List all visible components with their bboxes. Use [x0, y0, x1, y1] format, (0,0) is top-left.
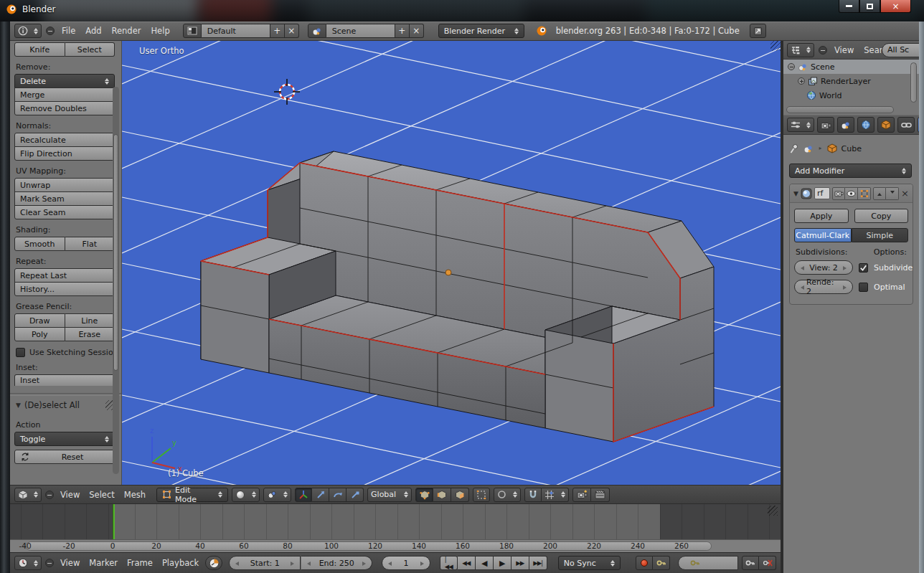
expand-modifier-icon[interactable]: ▼	[793, 190, 798, 197]
view-subdivisions-field[interactable]: View: 2	[794, 260, 853, 275]
manipulator-translate-button[interactable]	[312, 488, 329, 502]
render-opengl-anim-button[interactable]	[591, 488, 610, 502]
minimize-button[interactable]	[839, 0, 859, 13]
menu-file[interactable]: File	[59, 26, 78, 36]
inset-button[interactable]: Inset	[14, 374, 115, 386]
render-engine-select[interactable]: Blender Render	[438, 24, 524, 38]
delete-menu[interactable]: Delete	[14, 74, 115, 88]
scene-selector-icon[interactable]	[308, 24, 326, 38]
render-subdivisions-field[interactable]: Rende: 2	[794, 280, 853, 294]
record-button[interactable]	[636, 556, 653, 570]
timeline-editor[interactable]: -40 -20 0 20 40 60 80 100 120 140 160 18…	[10, 504, 781, 552]
recalculate-button[interactable]: Recalculate	[14, 133, 115, 147]
menu-marker[interactable]: Marker	[86, 558, 121, 568]
copy-modifier-button[interactable]: Copy	[854, 209, 909, 223]
menu-select[interactable]: Select	[86, 490, 117, 500]
use-sketching-checkbox[interactable]	[16, 348, 25, 357]
jump-prev-keyframe-button[interactable]: ◀◀	[458, 556, 476, 570]
screen-layout-name[interactable]: Default	[202, 24, 270, 38]
mark-seam-button[interactable]: Mark Seam	[14, 191, 115, 206]
collapse-menus-icon[interactable]	[819, 46, 827, 55]
manipulator-rotate-button[interactable]	[329, 488, 346, 502]
manipulator-toggle-button[interactable]	[295, 488, 312, 502]
auto-keyframe-button[interactable]	[653, 556, 670, 570]
use-preview-range-button[interactable]	[205, 556, 222, 570]
snap-element-select[interactable]	[542, 488, 569, 502]
knife-button[interactable]: Knife	[14, 42, 65, 57]
scene-crumb-icon[interactable]	[803, 144, 814, 153]
merge-button[interactable]: Merge	[14, 87, 115, 102]
screen-layout-icon[interactable]	[183, 24, 202, 38]
editor-type-button[interactable]	[14, 488, 42, 502]
subdivide-checkbox[interactable]	[859, 263, 868, 273]
delete-layout-button[interactable]: ×	[285, 24, 299, 38]
window-titlebar[interactable]: Blender ×	[0, 0, 924, 22]
keying-set-field[interactable]	[678, 556, 738, 570]
smooth-button[interactable]: Smooth	[14, 237, 65, 251]
outliner-item-world[interactable]: World	[783, 88, 919, 103]
current-frame-playhead[interactable]	[113, 504, 115, 539]
clear-seam-button[interactable]: Clear Seam	[14, 205, 115, 219]
modifier-render-toggle[interactable]	[832, 187, 845, 200]
play-button[interactable]: ▶	[494, 556, 512, 570]
close-button[interactable]: ×	[880, 0, 911, 13]
catmull-clark-toggle[interactable]: Catmull-Clark	[794, 228, 852, 242]
move-modifier-up-button[interactable]	[873, 187, 886, 200]
grease-draw-button[interactable]: Draw	[14, 313, 65, 328]
grease-erase-button[interactable]: Erase	[65, 327, 116, 341]
area-corner-grip[interactable]	[768, 506, 778, 516]
modifier-viewport-toggle[interactable]	[845, 187, 858, 200]
manipulator-scale-button[interactable]	[346, 488, 364, 502]
move-modifier-down-button[interactable]	[886, 187, 899, 200]
tab-modifiers[interactable]	[918, 117, 919, 133]
menu-mesh[interactable]: Mesh	[121, 490, 148, 500]
viewport-shading-select[interactable]	[232, 488, 260, 502]
collapse-menus-icon[interactable]	[45, 491, 54, 499]
editor-type-button[interactable]	[787, 118, 814, 132]
edge-select-mode-button[interactable]	[433, 488, 451, 502]
tab-scene[interactable]	[837, 117, 854, 133]
outliner-item-scene[interactable]: Scene	[783, 60, 919, 74]
window-duplicate-button[interactable]	[750, 24, 766, 38]
add-scene-button[interactable]: +	[395, 24, 410, 38]
transform-orientation-select[interactable]: Global	[367, 488, 412, 502]
menu-add[interactable]: Add	[82, 26, 104, 36]
pin-icon[interactable]	[789, 143, 799, 154]
render-opengl-button[interactable]	[572, 488, 591, 502]
flat-button[interactable]: Flat	[65, 237, 116, 251]
mode-select[interactable]: Edit Mode	[156, 488, 228, 502]
menu-playback[interactable]: Playback	[159, 558, 202, 568]
toolshelf-scrollbar-thumb[interactable]	[113, 134, 118, 371]
jump-to-start-button[interactable]: |◀◀	[440, 556, 458, 570]
snap-toggle-button[interactable]	[524, 488, 542, 502]
timeline-ruler[interactable]: -40 -20 0 20 40 60 80 100 120 140 160 18…	[10, 539, 781, 552]
knife-select-button[interactable]: Select	[65, 42, 116, 57]
add-modifier-select[interactable]: Add Modifier	[789, 164, 912, 178]
history-button[interactable]: History...	[14, 282, 115, 296]
proportional-edit-select[interactable]	[494, 488, 521, 502]
vertex-select-mode-button[interactable]	[415, 488, 433, 502]
outliner-scope-select[interactable]: All Sc	[882, 43, 919, 57]
menu-view[interactable]: View	[831, 45, 857, 55]
collapse-menus-icon[interactable]	[46, 27, 55, 35]
pivot-point-select[interactable]	[263, 488, 291, 502]
start-frame-field[interactable]: Start: 1	[229, 556, 301, 570]
outliner-vscrollbar[interactable]	[910, 62, 917, 103]
limit-selection-visible-button[interactable]	[473, 488, 490, 502]
insert-keyframe-button[interactable]	[742, 556, 759, 570]
grease-poly-button[interactable]: Poly	[14, 327, 65, 341]
delete-keyframe-button[interactable]	[759, 556, 776, 570]
breadcrumb-object-name[interactable]: Cube	[842, 144, 862, 153]
editor-type-button[interactable]	[14, 556, 42, 570]
modifier-name-field[interactable]: rf	[814, 187, 830, 199]
editor-type-button[interactable]	[14, 24, 42, 38]
toolshelf-scrollbar[interactable]	[113, 87, 119, 474]
menu-render[interactable]: Render	[109, 26, 144, 36]
modifier-editmode-toggle[interactable]	[858, 187, 871, 200]
remove-doubles-button[interactable]: Remove Doubles	[14, 101, 115, 115]
tab-world[interactable]	[857, 117, 874, 133]
delete-scene-button[interactable]: ×	[410, 24, 424, 38]
viewport-3d[interactable]: z y x User Ortho (1) Cube	[122, 41, 781, 485]
editor-type-button[interactable]	[787, 43, 814, 57]
tab-render[interactable]	[817, 117, 834, 133]
